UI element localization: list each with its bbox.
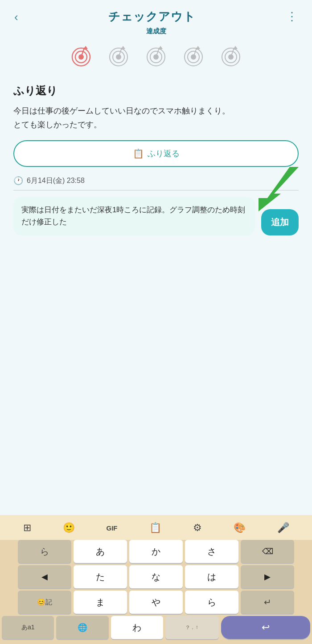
section-text: 今日は仕事の後ゲームしていい日なのでスマホ触りまくり。とても楽しかったです。: [13, 104, 299, 131]
key-ka[interactable]: か: [129, 540, 183, 563]
key-emoji-record[interactable]: 😊記: [18, 591, 71, 614]
palette-icon[interactable]: 🎨: [232, 520, 247, 535]
key-sa[interactable]: さ: [185, 540, 238, 563]
keyboard-toolbar: ⊞ 🙂 GIF 📋 ⚙ 🎨 🎤: [0, 515, 312, 540]
page-title: チェックアウト: [108, 9, 196, 24]
key-ma[interactable]: ま: [74, 591, 127, 614]
header-nav: ‹ チェックアウト ⋮: [11, 8, 301, 25]
grid-icon[interactable]: ⊞: [21, 520, 33, 535]
clock-icon: 🕐: [13, 176, 23, 186]
progress-icon-1: [69, 44, 94, 69]
keyboard-row-2: ◀ た な は ▶: [2, 565, 310, 588]
mic-icon[interactable]: 🎤: [275, 520, 291, 535]
progress-icons: [69, 44, 243, 69]
more-button[interactable]: ⋮: [283, 8, 301, 25]
furikaeru-label: ふり返る: [148, 148, 180, 159]
key-right[interactable]: ▶: [241, 565, 294, 588]
time-row: 🕐 6月14日(金) 23:58: [13, 176, 299, 186]
timestamp-label: 6月14日(金) 23:58: [27, 176, 85, 186]
key-newline[interactable]: ↵: [241, 591, 294, 614]
green-arrow: [250, 167, 299, 213]
keyboard-row-4: あa1 🌐 わ ？，！ ↩: [2, 616, 310, 639]
clipboard-icon[interactable]: 📋: [148, 520, 163, 535]
key-space[interactable]: ？，！: [165, 616, 219, 639]
key-return[interactable]: ↩: [221, 616, 310, 639]
progress-icon-4: [181, 44, 206, 69]
key-na[interactable]: な: [129, 565, 183, 588]
key-ya[interactable]: や: [129, 591, 183, 614]
settings-icon[interactable]: ⚙: [191, 520, 204, 535]
key-globe[interactable]: 🌐: [56, 616, 108, 639]
progress-icon-5: [218, 44, 243, 69]
svg-marker-25: [259, 167, 299, 211]
gif-icon[interactable]: GIF: [105, 522, 119, 534]
section-title: ふり返り: [13, 84, 299, 98]
key-a[interactable]: あ: [74, 540, 127, 563]
keyboard: ⊞ 🙂 GIF 📋 ⚙ 🎨 🎤 ら あ か さ ⌫ ◀ た な は ▶ 😊記 ま…: [0, 515, 312, 644]
furikaeru-icon: 📋: [133, 148, 144, 159]
key-left[interactable]: ◀: [18, 565, 71, 588]
emoji-icon[interactable]: 🙂: [61, 520, 77, 535]
content-area: ふり返り 今日は仕事の後ゲームしていい日なのでスマホ触りまくり。とても楽しかった…: [0, 79, 312, 515]
key-ra[interactable]: ら: [185, 591, 238, 614]
message-text: 実際は日付をまたいだ深夜1時ころに記録。グラフ調整のため時刻だけ修正した: [21, 206, 245, 226]
furikaeru-button[interactable]: 📋 ふり返る: [13, 140, 299, 167]
key-ha[interactable]: は: [185, 565, 238, 588]
key-delete[interactable]: ⌫: [241, 540, 294, 563]
message-bubble[interactable]: 実際は日付をまたいだ深夜1時ころに記録。グラフ調整のため時刻だけ修正した: [13, 197, 255, 235]
progress-icon-2: [106, 44, 131, 69]
subtitle: 達成度: [146, 27, 166, 36]
progress-icon-3: [144, 44, 168, 69]
header: ‹ チェックアウト ⋮ 達成度: [0, 0, 312, 79]
key-undo[interactable]: ら: [18, 540, 71, 563]
keyboard-row-3: 😊記 ま や ら ↵: [2, 591, 310, 614]
key-wa[interactable]: わ: [111, 616, 163, 639]
keyboard-row-1: ら あ か さ ⌫: [2, 540, 310, 563]
back-button[interactable]: ‹: [11, 9, 22, 24]
key-lang-switch[interactable]: あa1: [2, 616, 54, 639]
key-ta[interactable]: た: [74, 565, 127, 588]
keyboard-rows: ら あ か さ ⌫ ◀ た な は ▶ 😊記 ま や ら ↵ あa1 🌐 わ ？…: [0, 540, 312, 644]
